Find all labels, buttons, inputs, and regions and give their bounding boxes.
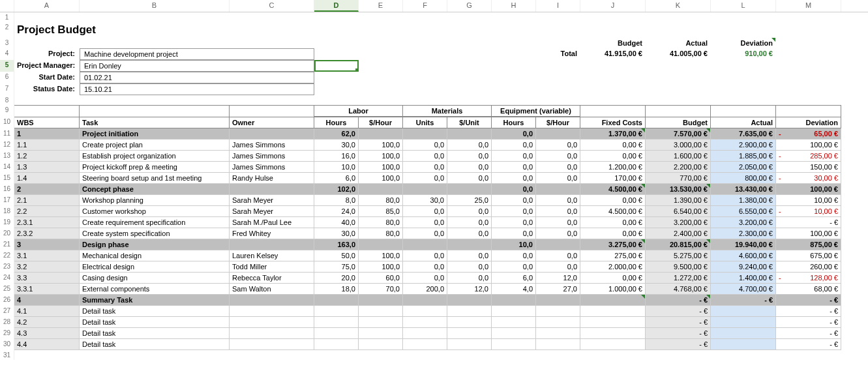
cell-wbs[interactable]: 1.4: [14, 173, 80, 184]
cell-deviation[interactable]: 150,00 €: [776, 162, 841, 173]
cell-equip-hours[interactable]: 0,0: [492, 128, 536, 140]
cell-labor-rate[interactable]: [359, 184, 403, 195]
row-number[interactable]: 14: [0, 162, 14, 173]
cell-deviation[interactable]: -285,00 €: [776, 151, 841, 162]
cell-owner[interactable]: [230, 239, 314, 250]
cell-wbs[interactable]: 4: [14, 295, 80, 306]
cell-equip-hours[interactable]: [492, 306, 536, 317]
cell-wbs[interactable]: 3.3.1: [14, 284, 80, 295]
cell-labor-rate[interactable]: 100,0: [359, 173, 403, 184]
table-row[interactable]: 223.1Mechanical designLauren Kelsey50,01…: [0, 250, 868, 261]
cell-labor-hours[interactable]: 18,0: [314, 284, 359, 295]
cell-actual[interactable]: 1.400,00 €: [711, 273, 776, 284]
cell-equip-hours[interactable]: 0,0: [492, 228, 536, 239]
cell-equip-rate[interactable]: 0,0: [536, 228, 580, 239]
col-header-C[interactable]: C: [230, 0, 314, 12]
cell-labor-hours[interactable]: 163,0: [314, 239, 359, 250]
row-number[interactable]: 9: [0, 105, 14, 117]
cell-task[interactable]: Detail task: [80, 317, 230, 328]
cell-budget[interactable]: 1.272,00 €: [646, 273, 711, 284]
cell-budget[interactable]: 9.500,00 €: [646, 261, 711, 273]
col-header-D[interactable]: D: [314, 0, 359, 12]
cell-task[interactable]: External components: [80, 284, 230, 295]
row-number[interactable]: 12: [0, 140, 14, 151]
cell-budget[interactable]: 2.200,00 €: [646, 162, 711, 173]
cell-owner[interactable]: [230, 184, 314, 195]
cell-owner[interactable]: James Simmons: [230, 162, 314, 173]
cell-equip-hours[interactable]: 0,0: [492, 140, 536, 151]
cell-labor-rate[interactable]: [359, 328, 403, 339]
row-number[interactable]: 13: [0, 151, 14, 162]
cell-owner[interactable]: Todd Miller: [230, 261, 314, 273]
cell-labor-rate[interactable]: 100,0: [359, 140, 403, 151]
cell-task[interactable]: Mechanical design: [80, 250, 230, 261]
cell-deviation[interactable]: - €: [776, 317, 841, 328]
cell-owner[interactable]: Sam Walton: [230, 284, 314, 295]
table-summary-row[interactable]: 213Design phase163,010,03.275,00 €20.815…: [0, 239, 868, 250]
cell-deviation[interactable]: -10,00 €: [776, 206, 841, 217]
cell-labor-hours[interactable]: [314, 339, 359, 350]
cell-equip-rate[interactable]: [536, 239, 580, 250]
cell-wbs[interactable]: 1.1: [14, 140, 80, 151]
cell-equip-hours[interactable]: [492, 328, 536, 339]
cell-equip-rate[interactable]: [536, 317, 580, 328]
cell-deviation[interactable]: - €: [776, 328, 841, 339]
cell-deviation[interactable]: 100,00 €: [776, 140, 841, 151]
cell-wbs[interactable]: 2: [14, 184, 80, 195]
cell-owner[interactable]: [230, 328, 314, 339]
cell-budget[interactable]: 6.540,00 €: [646, 206, 711, 217]
cell-mat-rate[interactable]: [447, 317, 492, 328]
cell-equip-hours[interactable]: 0,0: [492, 151, 536, 162]
cell-budget[interactable]: 1.600,00 €: [646, 151, 711, 162]
cell-actual[interactable]: - €: [711, 295, 776, 306]
cell-equip-rate[interactable]: 12,0: [536, 273, 580, 284]
cell-labor-hours[interactable]: [314, 317, 359, 328]
col-header-A[interactable]: A: [14, 0, 80, 12]
row-number[interactable]: 6: [0, 72, 14, 83]
cell-labor-rate[interactable]: 80,0: [359, 217, 403, 228]
cell-actual[interactable]: 13.430,00 €: [711, 184, 776, 195]
cell-budget[interactable]: - €: [646, 295, 711, 306]
cell-actual[interactable]: 4.700,00 €: [711, 284, 776, 295]
cell-fixed[interactable]: 170,00 €: [580, 173, 646, 184]
cell-deviation[interactable]: - €: [776, 339, 841, 350]
cell-labor-hours[interactable]: 75,0: [314, 261, 359, 273]
cell-labor-hours[interactable]: 40,0: [314, 217, 359, 228]
row-number[interactable]: 17: [0, 195, 14, 206]
cell-equip-rate[interactable]: 0,0: [536, 195, 580, 206]
cell-actual[interactable]: 3.200,00 €: [711, 217, 776, 228]
cell-wbs[interactable]: 4.4: [14, 339, 80, 350]
cell-wbs[interactable]: 1: [14, 128, 80, 140]
cell-mat-units[interactable]: 0,0: [403, 151, 447, 162]
cell-owner[interactable]: Fred Whitey: [230, 228, 314, 239]
selected-cell[interactable]: [314, 60, 359, 72]
cell-fixed[interactable]: 3.275,00 €: [580, 239, 646, 250]
cell-labor-rate[interactable]: 85,0: [359, 206, 403, 217]
cell-actual[interactable]: 1.380,00 €: [711, 195, 776, 206]
cell-labor-rate[interactable]: 60,0: [359, 273, 403, 284]
row-number[interactable]: 1: [0, 12, 14, 22]
cell-fixed[interactable]: 1.000,00 €: [580, 284, 646, 295]
cell-wbs[interactable]: 3.2: [14, 261, 80, 273]
cell-mat-rate[interactable]: 0,0: [447, 261, 492, 273]
table-summary-row[interactable]: 162Concept phase102,00,04.500,00 €13.530…: [0, 184, 868, 195]
cell-mat-units[interactable]: 0,0: [403, 217, 447, 228]
cell-actual[interactable]: 2.050,00 €: [711, 162, 776, 173]
cell-equip-rate[interactable]: 0,0: [536, 206, 580, 217]
cell-actual[interactable]: 2.300,00 €: [711, 228, 776, 239]
cell-owner[interactable]: Randy Hulse: [230, 173, 314, 184]
col-header-B[interactable]: B: [80, 0, 230, 12]
cell-budget[interactable]: - €: [646, 317, 711, 328]
col-header-I[interactable]: I: [536, 0, 580, 12]
cell-fixed[interactable]: 0,00 €: [580, 228, 646, 239]
row-number[interactable]: 24: [0, 273, 14, 284]
cell-labor-rate[interactable]: 100,0: [359, 151, 403, 162]
cell-equip-hours[interactable]: 0,0: [492, 261, 536, 273]
cell-mat-rate[interactable]: 0,0: [447, 140, 492, 151]
table-row[interactable]: 172.1Workshop planningSarah Meyer8,080,0…: [0, 195, 868, 206]
project-value[interactable]: Machine development project: [80, 48, 314, 60]
cell-wbs[interactable]: 4.2: [14, 317, 80, 328]
cell-equip-rate[interactable]: 0,0: [536, 140, 580, 151]
cell-labor-hours[interactable]: [314, 328, 359, 339]
cell-actual[interactable]: 7.635,00 €: [711, 128, 776, 140]
